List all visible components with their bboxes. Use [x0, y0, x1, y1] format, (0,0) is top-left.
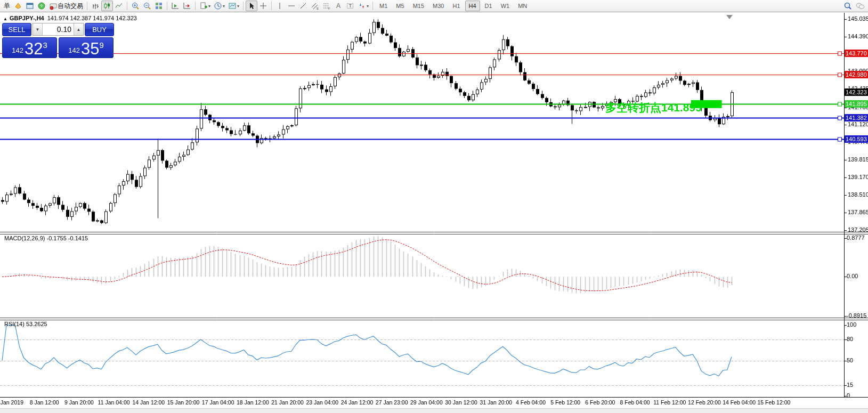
timeframe-button-D1[interactable]: D1	[481, 1, 496, 11]
signals-button[interactable]	[36, 1, 47, 11]
buy-button[interactable]: BUY	[85, 23, 114, 36]
price-tick-label: 141.120	[848, 121, 868, 127]
toolbar-separator	[127, 2, 127, 10]
macd-indicator-label: MACD(12,26,9) -0.1755 -0.1415	[4, 235, 88, 241]
text-label-icon: T	[346, 2, 354, 10]
svg-text:A: A	[336, 2, 340, 10]
candlestick-chart-button[interactable]	[101, 1, 113, 11]
toolbar-separator	[195, 2, 196, 10]
time-axis-label: 23 Jan 04:00	[306, 399, 338, 406]
bar-chart-button[interactable]	[90, 1, 101, 11]
macd-tick-label: 0.00	[847, 273, 858, 279]
time-axis-label: 11 Feb 12:00	[653, 399, 686, 406]
price-tick-label: 137.205	[848, 226, 868, 233]
trendline-icon	[299, 2, 307, 10]
time-axis-label: 6 Feb 20:00	[585, 399, 615, 406]
volume-increase-button[interactable]: ▲	[74, 23, 83, 35]
volume-decrease-button[interactable]: ▼	[33, 23, 43, 35]
clock-icon	[214, 2, 222, 10]
signal-icon	[37, 2, 46, 10]
main-toolbar: 单 自动交易	[0, 0, 868, 12]
crosshair-button[interactable]	[257, 1, 269, 11]
svg-text:E: E	[317, 7, 319, 10]
chart-shift-marker-icon[interactable]	[726, 15, 733, 19]
periods-dropdown-icon: ▾	[223, 4, 225, 9]
time-axis-label: 31 Jan 20:00	[480, 399, 512, 406]
collapse-panel-icon[interactable]: ▲	[3, 17, 7, 21]
tile-windows-icon	[155, 2, 163, 10]
buy-price-big: 35	[81, 41, 99, 56]
indicators-button[interactable]: ▾	[198, 1, 212, 11]
timeframe-button-W1[interactable]: W1	[497, 1, 514, 11]
tile-windows-button[interactable]	[153, 1, 165, 11]
vertical-line-button[interactable]	[274, 1, 286, 11]
line-chart-button[interactable]	[113, 1, 125, 11]
price-level-badge: 141.382	[845, 114, 868, 122]
price-tick-label: 138.510	[848, 191, 868, 198]
buy-price-sup: 9	[99, 41, 103, 50]
cursor-button[interactable]	[246, 1, 257, 11]
templates-button[interactable]: ▾	[226, 1, 241, 11]
zoom-in-button[interactable]	[129, 1, 141, 11]
channel-button[interactable]: E	[309, 1, 321, 11]
price-level-badge: 140.593	[845, 135, 868, 143]
metaeditor-button[interactable]	[12, 1, 24, 11]
arrows-dropdown-icon: ▾	[367, 4, 369, 9]
horizontal-line-icon	[287, 2, 296, 10]
indicators-icon	[199, 2, 208, 10]
timeframe-button-M30[interactable]: M30	[429, 1, 448, 11]
chart-shift-icon	[183, 2, 191, 10]
time-axis-label: 27 Jan 23:00	[376, 399, 408, 406]
volume-input[interactable]: 0.10	[43, 23, 74, 35]
sell-price-box[interactable]: 142 32 3	[2, 37, 57, 58]
timeframe-button-M5[interactable]: M5	[392, 1, 408, 11]
text-label-button[interactable]: T	[344, 1, 356, 11]
horizontal-line-button[interactable]	[286, 1, 297, 11]
rsi-tick-label: 15	[847, 382, 853, 388]
arrows-button[interactable]: ▾	[356, 1, 370, 11]
pivot-annotation-text: 多空转折点141.895	[605, 100, 702, 115]
symbol-ohlc: 141.974 142.387 141.974 142.323	[47, 15, 137, 21]
chart-shift-button[interactable]	[181, 1, 193, 11]
price-level-badge: 142.980	[845, 71, 868, 78]
toolbar-separator	[167, 2, 167, 10]
time-axis-label: 14 Jan 12:00	[132, 399, 165, 406]
sell-price-prefix: 142	[12, 46, 23, 54]
new-chart-button[interactable]	[24, 1, 36, 11]
toolbar-separator	[372, 2, 373, 10]
arrows-icon	[358, 2, 366, 10]
time-axis-label: 9 Jan 20:00	[64, 399, 94, 406]
bar-chart-icon	[91, 2, 100, 10]
trendline-button[interactable]	[297, 1, 309, 11]
sell-price-sup: 3	[43, 41, 47, 50]
timeframe-button-H4[interactable]: H4	[465, 1, 480, 11]
autotrading-button[interactable]: 自动交易	[47, 1, 85, 11]
periods-button[interactable]: ▾	[212, 1, 226, 11]
timeframe-button-MN[interactable]: MN	[514, 1, 531, 11]
timeframe-button-H1[interactable]: H1	[449, 1, 464, 11]
time-axis-label: 11 Jan 04:00	[98, 399, 130, 406]
search-button[interactable]	[842, 1, 854, 11]
fibonacci-button[interactable]: F	[321, 1, 332, 11]
time-axis-label: 8 Jan 12:00	[30, 399, 59, 406]
chat-icon	[855, 2, 865, 10]
sell-button[interactable]: SELL	[2, 23, 31, 36]
zoom-out-button[interactable]	[141, 1, 153, 11]
volume-stepper: ▼ 0.10 ▲	[33, 23, 84, 36]
candlestick-chart-icon	[103, 2, 111, 10]
buy-price-box[interactable]: 142 35 9	[59, 37, 113, 58]
text-button[interactable]: A	[332, 1, 344, 11]
symbol-header: ▲GBPJPY-,H4141.974 142.387 141.974 142.3…	[3, 15, 137, 21]
new-order-button[interactable]: 单	[2, 1, 12, 11]
time-axis-label: 24 Jan 12:00	[341, 399, 374, 406]
price-tick-label: 137.865	[848, 209, 868, 215]
chart-canvas[interactable]	[0, 0, 868, 413]
fibonacci-icon: F	[322, 2, 331, 10]
time-axis-label: 8 Feb 04:00	[620, 399, 650, 406]
timeframe-button-M1[interactable]: M1	[376, 1, 391, 11]
auto-scroll-button[interactable]	[169, 1, 181, 11]
timeframe-button-M15[interactable]: M15	[409, 1, 428, 11]
template-icon	[228, 2, 237, 10]
svg-text:F: F	[328, 7, 330, 10]
chat-button[interactable]	[854, 1, 866, 11]
